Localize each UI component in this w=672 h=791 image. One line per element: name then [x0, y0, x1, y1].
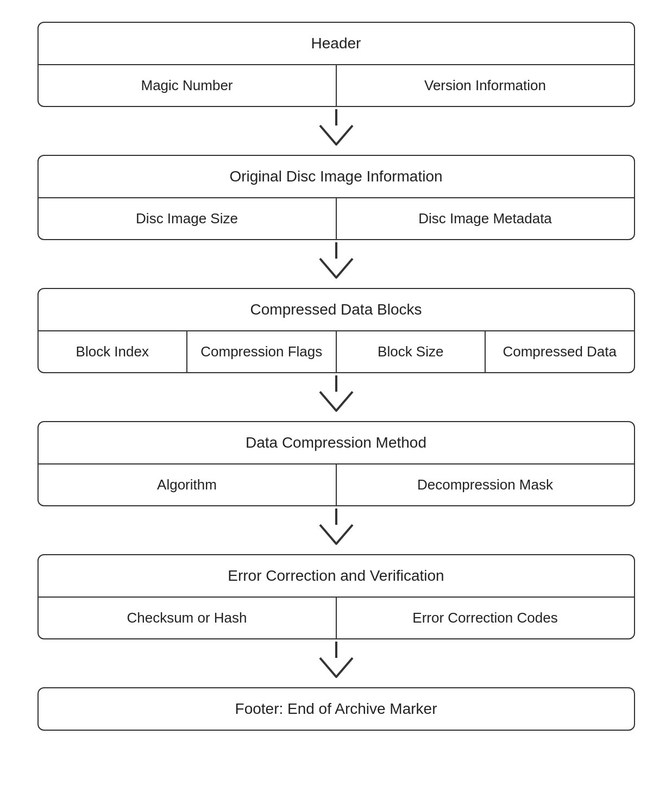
block-cell-disc-image-size: Disc Image Size — [39, 198, 337, 239]
block-cell-block-index: Block Index — [39, 331, 188, 372]
block-cell-version-information: Version Information — [337, 65, 634, 106]
block-row-disc-image: Disc Image SizeDisc Image Metadata — [39, 198, 634, 239]
block-cell-decompression-mask: Decompression Mask — [337, 464, 634, 505]
block-title-disc-image: Original Disc Image Information — [39, 156, 634, 198]
block-title-compression-method: Data Compression Method — [39, 422, 634, 464]
block-title-footer: Footer: End of Archive Marker — [39, 688, 634, 730]
block-cell-disc-image-metadata: Disc Image Metadata — [337, 198, 634, 239]
block-row-header: Magic NumberVersion Information — [39, 65, 634, 106]
block-row-compressed-blocks: Block IndexCompression FlagsBlock SizeCo… — [39, 331, 634, 372]
arrow-connector — [315, 642, 358, 685]
block-row-compression-method: AlgorithmDecompression Mask — [39, 464, 634, 505]
block-cell-algorithm: Algorithm — [39, 464, 337, 505]
svg-rect-2 — [335, 375, 337, 392]
arrow-svg — [315, 642, 358, 685]
arrow-connector — [315, 508, 358, 552]
block-title-error-correction: Error Correction and Verification — [39, 555, 634, 598]
block-title-header: Header — [39, 23, 634, 65]
arrow-svg — [315, 109, 358, 153]
arrow-connector — [315, 375, 358, 419]
arrow-svg — [315, 242, 358, 286]
block-header: HeaderMagic NumberVersion Information — [37, 22, 635, 107]
block-cell-compression-flags: Compression Flags — [187, 331, 337, 372]
block-disc-image: Original Disc Image InformationDisc Imag… — [37, 155, 635, 240]
block-title-compressed-blocks: Compressed Data Blocks — [39, 289, 634, 331]
svg-rect-0 — [335, 109, 337, 125]
block-row-error-correction: Checksum or HashError Correction Codes — [39, 598, 634, 638]
svg-rect-3 — [335, 508, 337, 525]
block-cell-checksum-or-hash: Checksum or Hash — [39, 598, 337, 638]
block-cell-error-correction-codes: Error Correction Codes — [337, 598, 634, 638]
block-cell-block-size: Block Size — [337, 331, 486, 372]
flowchart-diagram: HeaderMagic NumberVersion Information Or… — [37, 22, 635, 731]
block-compression-method: Data Compression MethodAlgorithmDecompre… — [37, 421, 635, 506]
svg-rect-4 — [335, 642, 337, 658]
arrow-connector — [315, 109, 358, 153]
block-footer: Footer: End of Archive Marker — [37, 687, 635, 731]
arrow-svg — [315, 375, 358, 419]
block-error-correction: Error Correction and VerificationChecksu… — [37, 554, 635, 639]
arrow-connector — [315, 242, 358, 286]
block-compressed-blocks: Compressed Data BlocksBlock IndexCompres… — [37, 288, 635, 373]
svg-rect-1 — [335, 242, 337, 259]
block-cell-magic-number: Magic Number — [39, 65, 337, 106]
arrow-svg — [315, 508, 358, 552]
block-cell-compressed-data: Compressed Data — [486, 331, 634, 372]
